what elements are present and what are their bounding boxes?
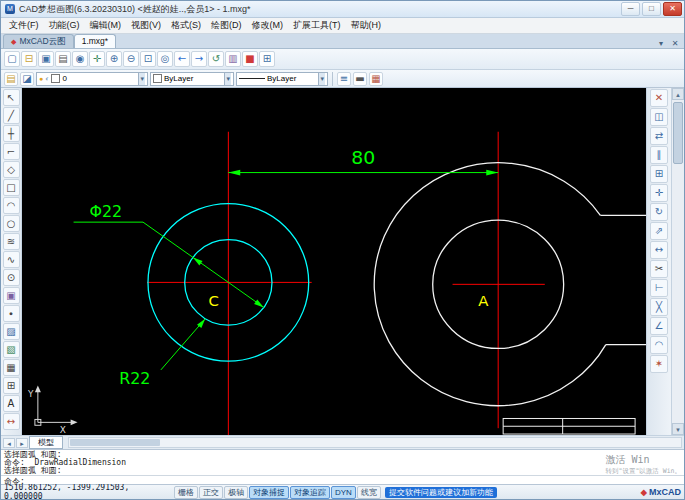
draworder-icon[interactable]: ▥	[225, 51, 241, 67]
layer-select[interactable]: ● ◐ 0 ▾	[36, 72, 148, 86]
layout-next-icon[interactable]: ▸	[16, 438, 28, 448]
draw-table-icon[interactable]: ⊞	[3, 377, 20, 394]
explode-icon[interactable]: ✶	[650, 355, 668, 373]
mirror-icon[interactable]: ⇄	[650, 127, 668, 145]
diameter-leader[interactable]	[143, 222, 264, 307]
command-window[interactable]: 选择圆弧 和圆:命令: _DrawRadialDimension选择圆弧 和圆:…	[1, 449, 684, 484]
toggle-grid[interactable]: 栅格	[174, 486, 198, 499]
chamfer-icon[interactable]: ∠	[650, 317, 668, 335]
fillet-icon[interactable]: ◠	[650, 336, 668, 354]
trim-icon[interactable]: ✂	[650, 260, 668, 278]
menu-format[interactable]: 格式(S)	[166, 18, 206, 33]
draw-text-icon[interactable]: A	[3, 395, 20, 412]
zoom-window-icon[interactable]: ⊡	[140, 51, 156, 67]
draw-point-icon[interactable]: ∙	[3, 305, 20, 322]
new-icon[interactable]: ▢	[4, 51, 20, 67]
tab-model[interactable]: 模型	[29, 436, 63, 449]
tab-document-1[interactable]: 1.mxg*	[74, 34, 116, 48]
tab-list-icon[interactable]: ▾	[654, 39, 668, 48]
minimize-button[interactable]: ─	[621, 2, 640, 16]
drawing-canvas[interactable]: 80 Φ22 R22 C A Y	[22, 88, 646, 435]
color-select[interactable]: ByLayer ▾	[150, 72, 234, 86]
drawing-svg[interactable]: 80 Φ22 R22 C A Y	[22, 88, 646, 435]
dimension-text-radius[interactable]: R22	[119, 370, 150, 389]
move-icon[interactable]: ✛	[650, 184, 668, 202]
scroll-up-icon[interactable]: ▲	[672, 88, 684, 100]
layer-properties-icon[interactable]: ▤	[4, 72, 18, 86]
linetype-manager-icon[interactable]: ≡	[337, 72, 351, 86]
lineweight-icon[interactable]: ▬	[353, 72, 367, 86]
save-icon[interactable]: ▣	[38, 51, 54, 67]
toggle-otrack[interactable]: 对象追踪	[290, 486, 330, 499]
vertical-scroll-thumb[interactable]	[673, 102, 683, 164]
array-icon[interactable]: ⊞	[650, 165, 668, 183]
layout-prev-icon[interactable]: ◂	[3, 438, 15, 448]
toggle-dyn[interactable]: DYN	[331, 486, 356, 499]
radius-leader[interactable]	[161, 319, 205, 370]
record-icon[interactable]: ■	[242, 51, 258, 67]
pan-icon[interactable]: ✛	[89, 51, 105, 67]
zoom-extents-icon[interactable]: ◎	[157, 51, 173, 67]
maximize-button[interactable]: □	[642, 2, 661, 16]
erase-icon[interactable]: ✕	[650, 89, 668, 107]
find-icon[interactable]: ◉	[72, 51, 88, 67]
draw-polygon-icon[interactable]: ◇	[3, 161, 20, 178]
extend-icon[interactable]: ⊢	[650, 279, 668, 297]
draw-block-icon[interactable]: ▣	[3, 287, 20, 304]
color-caret-icon[interactable]: ▾	[224, 73, 231, 85]
feedback-link[interactable]: 提交软件问题或建议加新功能	[385, 487, 497, 498]
scale-icon[interactable]: ⇗	[650, 222, 668, 240]
draw-spline-icon[interactable]: ∿	[3, 251, 20, 268]
toggle-lineweight[interactable]: 线宽	[357, 486, 381, 499]
horizontal-scroll-thumb[interactable]	[70, 439, 160, 446]
plot-icon[interactable]: ▤	[55, 51, 71, 67]
zoom-out-icon[interactable]: ⊖	[123, 51, 139, 67]
rotate-icon[interactable]: ↻	[650, 203, 668, 221]
draw-arc-icon[interactable]: ◠	[3, 197, 20, 214]
undo-icon[interactable]: ←	[174, 51, 190, 67]
close-button[interactable]: ✕	[663, 2, 682, 16]
draw-xline-icon[interactable]: ┼	[3, 125, 20, 142]
menu-help[interactable]: 帮助(H)	[346, 18, 387, 33]
draw-ellipse-icon[interactable]: ⊙	[3, 269, 20, 286]
fullscreen-icon[interactable]: ⊞	[259, 51, 275, 67]
draw-polyline-icon[interactable]: ⌐	[3, 143, 20, 160]
copy-icon[interactable]: ◫	[650, 108, 668, 126]
dimension-text-diameter[interactable]: Φ22	[89, 202, 122, 221]
command-input-row[interactable]: 命令:	[1, 475, 684, 486]
menu-edit[interactable]: 编辑(M)	[85, 18, 127, 33]
horizontal-scrollbar[interactable]	[68, 437, 682, 448]
close-document-icon[interactable]: ✕	[668, 39, 682, 48]
layer-caret-icon[interactable]: ▾	[138, 73, 145, 85]
redo-icon[interactable]: →	[191, 51, 207, 67]
menu-file[interactable]: 文件(F)	[4, 18, 44, 33]
vertical-scroll-track[interactable]	[672, 100, 684, 423]
linetype-select[interactable]: ByLayer ▾	[236, 72, 328, 86]
select-arrow-icon[interactable]: ↖	[3, 89, 20, 106]
break-icon[interactable]: ╳	[650, 298, 668, 316]
label-c[interactable]: C	[209, 292, 219, 309]
dimension-text-80[interactable]: 80	[351, 147, 375, 168]
draw-hatch-icon[interactable]: ▨	[3, 323, 20, 340]
draw-revcloud-icon[interactable]: ≋	[3, 233, 20, 250]
tab-mxcad-cloud[interactable]: ◆ MxCAD云图	[3, 34, 74, 48]
menu-express-tools[interactable]: 扩展工具(T)	[288, 18, 346, 33]
stretch-icon[interactable]: ↔	[650, 241, 668, 259]
linetype-caret-icon[interactable]: ▾	[318, 73, 325, 85]
regen-icon[interactable]: ↺	[208, 51, 224, 67]
toggle-ortho[interactable]: 正交	[199, 486, 223, 499]
draw-line-icon[interactable]: ╱	[3, 107, 20, 124]
menu-draw[interactable]: 绘图(D)	[206, 18, 247, 33]
draw-region-icon[interactable]: ▦	[3, 359, 20, 376]
menu-function[interactable]: 功能(G)	[44, 18, 85, 33]
vertical-scrollbar[interactable]: ▲ ▼	[671, 88, 684, 435]
open-icon[interactable]: ⊟	[21, 51, 37, 67]
layer-states-icon[interactable]: ◪	[20, 72, 34, 86]
toggle-polar[interactable]: 极轴	[224, 486, 248, 499]
label-a[interactable]: A	[478, 292, 488, 309]
draw-rectangle-icon[interactable]: □	[3, 179, 20, 196]
color-picker-icon[interactable]: ▦	[369, 72, 383, 86]
zoom-in-icon[interactable]: ⊕	[106, 51, 122, 67]
toggle-osnap[interactable]: 对象捕捉	[249, 486, 289, 499]
draw-gradient-icon[interactable]: ▧	[3, 341, 20, 358]
